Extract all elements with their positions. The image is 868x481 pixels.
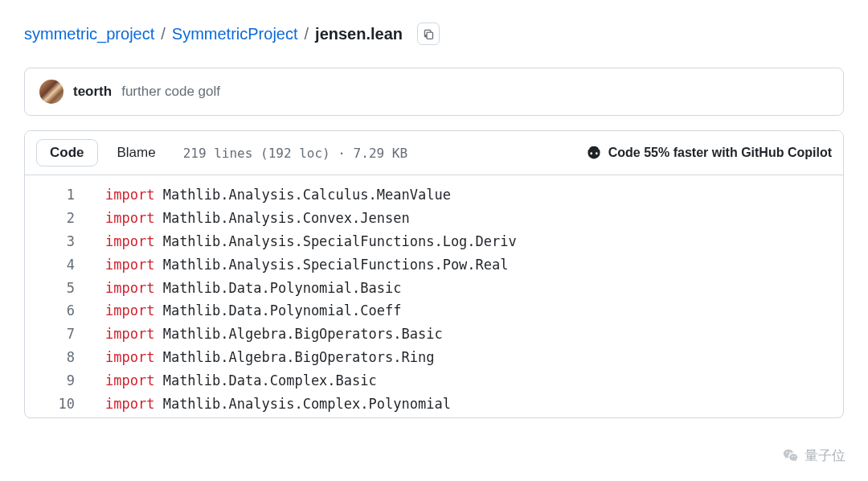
import-path: Mathlib.Analysis.Complex.Polynomial <box>154 396 450 412</box>
breadcrumb-sep: / <box>161 25 166 43</box>
import-path: Mathlib.Data.Polynomial.Basic <box>154 280 401 296</box>
copilot-text: Code 55% faster with GitHub Copilot <box>608 146 832 160</box>
code-text[interactable]: import Mathlib.Data.Polynomial.Coeff <box>105 299 401 323</box>
tab-blame[interactable]: Blame <box>104 140 169 166</box>
copy-icon <box>423 28 434 39</box>
commit-message[interactable]: further code golf <box>121 84 220 100</box>
tab-code[interactable]: Code <box>36 139 98 166</box>
code-area: 1import Mathlib.Analysis.Calculus.MeanVa… <box>25 175 843 417</box>
code-blame-toggle: Code Blame <box>36 139 169 166</box>
code-line: 5import Mathlib.Data.Polynomial.Basic <box>25 277 843 300</box>
breadcrumb-dir[interactable]: SymmetricProject <box>172 25 298 43</box>
line-number[interactable]: 7 <box>25 323 105 346</box>
keyword-import: import <box>105 280 154 296</box>
keyword-import: import <box>105 326 154 342</box>
code-line: 2import Mathlib.Analysis.Convex.Jensen <box>25 207 843 230</box>
code-text[interactable]: import Mathlib.Data.Polynomial.Basic <box>105 277 401 300</box>
keyword-import: import <box>105 396 154 412</box>
code-text[interactable]: import Mathlib.Analysis.Calculus.MeanVal… <box>105 183 451 207</box>
import-path: Mathlib.Data.Polynomial.Coeff <box>154 302 401 319</box>
breadcrumb-sep: / <box>305 25 309 43</box>
code-line: 10import Mathlib.Analysis.Complex.Polyno… <box>25 393 843 416</box>
copilot-icon <box>586 145 602 161</box>
avatar[interactable] <box>39 80 63 104</box>
latest-commit-box[interactable]: teorth further code golf <box>24 68 844 116</box>
code-line: 9import Mathlib.Data.Complex.Basic <box>25 369 843 393</box>
keyword-import: import <box>105 349 154 365</box>
code-line: 7import Mathlib.Algebra.BigOperators.Bas… <box>25 323 843 346</box>
commit-author[interactable]: teorth <box>73 84 112 100</box>
line-number[interactable]: 2 <box>25 207 105 230</box>
code-text[interactable]: import Mathlib.Analysis.SpecialFunctions… <box>105 253 509 277</box>
import-path: Mathlib.Algebra.BigOperators.Ring <box>154 349 434 365</box>
import-path: Mathlib.Analysis.Convex.Jensen <box>154 210 409 226</box>
line-number[interactable]: 8 <box>25 346 105 369</box>
keyword-import: import <box>105 187 154 203</box>
watermark-text: 量子位 <box>805 446 845 465</box>
wechat-icon <box>782 447 800 465</box>
code-line: 1import Mathlib.Analysis.Calculus.MeanVa… <box>25 183 843 207</box>
watermark: 量子位 <box>782 446 845 465</box>
file-header: Code Blame 219 lines (192 loc) · 7.29 KB… <box>25 131 843 175</box>
line-number[interactable]: 10 <box>25 393 105 416</box>
code-text[interactable]: import Mathlib.Data.Complex.Basic <box>105 369 377 393</box>
import-path: Mathlib.Analysis.SpecialFunctions.Pow.Re… <box>154 257 508 273</box>
import-path: Mathlib.Algebra.BigOperators.Basic <box>154 326 442 342</box>
line-number[interactable]: 4 <box>25 253 105 277</box>
line-number[interactable]: 3 <box>25 230 105 253</box>
line-number[interactable]: 9 <box>25 369 105 393</box>
keyword-import: import <box>105 257 154 273</box>
breadcrumb-file: jensen.lean <box>315 25 403 43</box>
file-stats: 219 lines (192 loc) · 7.29 KB <box>183 146 407 161</box>
breadcrumb-repo[interactable]: symmetric_project <box>24 25 154 43</box>
code-text[interactable]: import Mathlib.Algebra.BigOperators.Basi… <box>105 323 443 346</box>
import-path: Mathlib.Analysis.SpecialFunctions.Log.De… <box>154 233 516 249</box>
keyword-import: import <box>105 233 154 249</box>
keyword-import: import <box>105 210 154 226</box>
line-number[interactable]: 5 <box>25 277 105 300</box>
code-text[interactable]: import Mathlib.Analysis.SpecialFunctions… <box>105 230 517 253</box>
breadcrumb: symmetric_project / SymmetricProject / j… <box>0 0 868 60</box>
code-line: 4import Mathlib.Analysis.SpecialFunction… <box>25 253 843 277</box>
code-text[interactable]: import Mathlib.Analysis.Convex.Jensen <box>105 207 410 230</box>
line-number[interactable]: 1 <box>25 183 105 207</box>
line-number[interactable]: 6 <box>25 299 105 323</box>
copilot-promo[interactable]: Code 55% faster with GitHub Copilot <box>586 145 832 161</box>
keyword-import: import <box>105 302 154 319</box>
import-path: Mathlib.Data.Complex.Basic <box>154 372 376 388</box>
code-line: 8import Mathlib.Algebra.BigOperators.Rin… <box>25 346 843 369</box>
file-box: Code Blame 219 lines (192 loc) · 7.29 KB… <box>24 130 844 418</box>
code-line: 6import Mathlib.Data.Polynomial.Coeff <box>25 299 843 323</box>
copy-path-button[interactable] <box>417 23 440 45</box>
keyword-import: import <box>105 372 154 388</box>
code-text[interactable]: import Mathlib.Analysis.Complex.Polynomi… <box>105 393 451 416</box>
code-line: 3import Mathlib.Analysis.SpecialFunction… <box>25 230 843 253</box>
code-text[interactable]: import Mathlib.Algebra.BigOperators.Ring <box>105 346 434 369</box>
import-path: Mathlib.Analysis.Calculus.MeanValue <box>154 187 450 203</box>
